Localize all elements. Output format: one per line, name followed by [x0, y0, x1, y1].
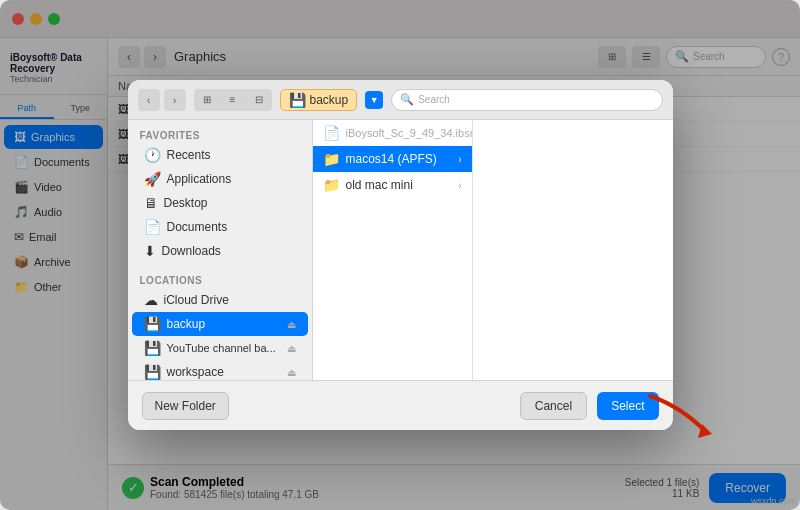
- eject-icon: ⏏: [287, 319, 296, 330]
- dialog-secondary-column: [473, 120, 673, 380]
- app-window: iBoysoft® Data Recovery Technician Path …: [0, 0, 800, 510]
- favorites-section: Favorites 🕐 Recents 🚀 Applications 🖥 Des…: [128, 126, 312, 263]
- chevron-right-icon-2: ›: [458, 180, 461, 191]
- youtube-drive-icon: 💾: [144, 340, 161, 356]
- dialog-actions: Cancel Select: [520, 392, 659, 420]
- arrow-annotation: [640, 386, 720, 450]
- favorites-header: Favorites: [128, 126, 312, 143]
- dialog-column-view-button[interactable]: ⊟: [246, 89, 272, 111]
- dialog-sidebar-applications[interactable]: 🚀 Applications: [132, 167, 308, 191]
- macos-folder-icon: 📁: [323, 151, 340, 167]
- locations-header: Locations: [128, 271, 312, 288]
- new-folder-button[interactable]: New Folder: [142, 392, 229, 420]
- dialog-sidebar-backup[interactable]: 💾 backup ⏏: [132, 312, 308, 336]
- location-drive-icon: 💾: [289, 92, 306, 108]
- dialog-sidebar: Favorites 🕐 Recents 🚀 Applications 🖥 Des…: [128, 120, 313, 380]
- dialog-back-button[interactable]: ‹: [138, 89, 160, 111]
- dialog-sidebar-desktop[interactable]: 🖥 Desktop: [132, 191, 308, 215]
- ibsr-file-icon: 📄: [323, 125, 340, 141]
- dialog-footer: New Folder Cancel Select: [128, 380, 673, 430]
- icloud-icon: ☁: [144, 292, 158, 308]
- downloads-icon: ⬇: [144, 243, 156, 259]
- dialog-location: 💾 backup: [280, 89, 358, 111]
- applications-icon: 🚀: [144, 171, 161, 187]
- dialog-sidebar-workspace[interactable]: 💾 workspace ⏏: [132, 360, 308, 380]
- file-dialog: ‹ › ⊞ ≡ ⊟ 💾 backup ▼ 🔍 Search: [128, 80, 673, 430]
- dialog-search-icon: 🔍: [400, 93, 414, 106]
- dialog-file-area: 📄 iBoysoft_Sc_9_49_34.ibsr 📁 macos14 (AP…: [313, 120, 673, 380]
- dialog-forward-button[interactable]: ›: [164, 89, 186, 111]
- locations-section: Locations ☁ iCloud Drive 💾 backup ⏏ 💾: [128, 271, 312, 380]
- dialog-file-item-ibsr[interactable]: 📄 iBoysoft_Sc_9_49_34.ibsr: [313, 120, 472, 146]
- dialog-view-buttons: ⊞ ≡ ⊟: [194, 89, 272, 111]
- dialog-file-column: 📄 iBoysoft_Sc_9_49_34.ibsr 📁 macos14 (AP…: [313, 120, 473, 380]
- backup-drive-icon: 💾: [144, 316, 161, 332]
- dialog-sidebar-downloads[interactable]: ⬇ Downloads: [132, 239, 308, 263]
- dialog-sidebar-recents[interactable]: 🕐 Recents: [132, 143, 308, 167]
- desktop-icon: 🖥: [144, 195, 158, 211]
- dialog-list-view-button[interactable]: ≡: [220, 89, 246, 111]
- dialog-sidebar-youtube[interactable]: 💾 YouTube channel ba... ⏏: [132, 336, 308, 360]
- cancel-button[interactable]: Cancel: [520, 392, 587, 420]
- eject-icon-youtube: ⏏: [287, 343, 296, 354]
- eject-icon-workspace: ⏏: [287, 367, 296, 378]
- workspace-drive-icon: 💾: [144, 364, 161, 380]
- watermark: wsxdn.com: [751, 496, 796, 506]
- documents-folder-icon: 📄: [144, 219, 161, 235]
- oldmac-folder-icon: 📁: [323, 177, 340, 193]
- dialog-file-item-macos[interactable]: 📁 macos14 (APFS) ›: [313, 146, 472, 172]
- chevron-right-icon: ›: [458, 154, 461, 165]
- location-dropdown-button[interactable]: ▼: [365, 91, 383, 109]
- dialog-search[interactable]: 🔍 Search: [391, 89, 662, 111]
- dialog-sidebar-icloud[interactable]: ☁ iCloud Drive: [132, 288, 308, 312]
- recents-icon: 🕐: [144, 147, 161, 163]
- dialog-header: ‹ › ⊞ ≡ ⊟ 💾 backup ▼ 🔍 Search: [128, 80, 673, 120]
- dialog-file-item-oldmac[interactable]: 📁 old mac mini ›: [313, 172, 472, 198]
- dialog-icon-view-button[interactable]: ⊞: [194, 89, 220, 111]
- dialog-sidebar-documents[interactable]: 📄 Documents: [132, 215, 308, 239]
- dialog-body: Favorites 🕐 Recents 🚀 Applications 🖥 Des…: [128, 120, 673, 380]
- dialog-nav-arrows: ‹ ›: [138, 89, 186, 111]
